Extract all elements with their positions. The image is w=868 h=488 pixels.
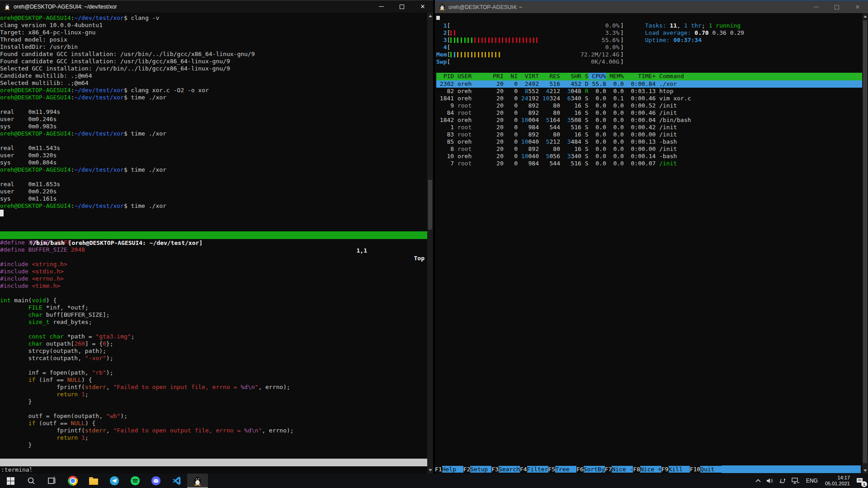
maximize-button[interactable]: [392, 0, 412, 13]
terminal-cursor: [436, 16, 440, 20]
scroll-down-arrow-icon[interactable]: [863, 469, 867, 472]
fkey-help[interactable]: F1Help: [435, 465, 463, 473]
code-line: strcpy(outpath, path);: [0, 347, 427, 355]
terminal-line: sys 0m0.983s: [0, 123, 427, 130]
htop-summary-line: Tasks: 11, 1 thr; 1 running: [645, 22, 744, 29]
minimize-button[interactable]: [806, 1, 826, 13]
vim-ruler: 1,1: [357, 247, 367, 254]
minimize-button[interactable]: [371, 0, 392, 13]
code-line: FILE *inf, *outf;: [0, 304, 427, 311]
right-terminal-scrollbar[interactable]: [862, 13, 868, 474]
code-line: if (outf == NULL) {: [0, 420, 427, 427]
terminal-line: oreh@DESKTOP-AGESUI4:~/dev/test/xor$ tim…: [0, 166, 427, 174]
terminal-scrollback: oreh@DESKTOP-AGESUI4:~/dev/test/xor$ cla…: [0, 13, 427, 231]
terminal-line: Selected multilib: .;@m64: [0, 80, 427, 87]
code-line: return 1;: [0, 434, 427, 441]
maximize-button[interactable]: [826, 1, 847, 13]
close-button[interactable]: ✕: [412, 0, 433, 13]
process-row[interactable]: 82 oreh 20 0 8552 4212 3048 R 0.0 0.0 0:…: [436, 88, 862, 95]
discord-icon[interactable]: [146, 474, 166, 488]
fkey-nice-[interactable]: F8Nice +: [633, 465, 661, 473]
terminal-line: [0, 210, 427, 217]
code-line: int main(void) {: [0, 297, 427, 304]
volume-icon[interactable]: [764, 474, 776, 488]
scroll-down-arrow-icon[interactable]: [429, 469, 432, 471]
process-row[interactable]: 1 root 20 0 984 544 516 S 0.0 0.0 0:00.4…: [436, 124, 862, 131]
fkey-setup[interactable]: F2Setup: [463, 465, 492, 473]
process-row[interactable]: 83 root 20 0 892 80 16 S 0.0 0.0 0:00.00…: [436, 131, 862, 138]
terminal-line: oreh@DESKTOP-AGESUI4:~/dev/test/xor$ cla…: [0, 14, 427, 22]
code-line: size_t read_bytes;: [0, 319, 427, 326]
telegram-icon[interactable]: [104, 474, 125, 488]
scroll-up-arrow-icon[interactable]: [429, 15, 432, 17]
process-row[interactable]: 9 root 20 0 892 80 16 S 0.0 0.0 0:00.52 …: [436, 102, 862, 109]
left-titlebar[interactable]: oreh@DESKTOP-AGESUI4: ~/dev/test/xor ✕: [0, 0, 433, 13]
process-row[interactable]: 10 oreh 20 0 10040 5056 3340 S 0.0 0.0 0…: [436, 153, 862, 160]
action-center-icon[interactable]: 1: [854, 474, 866, 488]
chrome-icon[interactable]: [62, 474, 83, 488]
process-row[interactable]: 1842 oreh 20 0 10004 5164 3508 S 0.0 0.0…: [436, 117, 862, 124]
fkey-kill[interactable]: F9Kill: [661, 465, 690, 473]
process-row[interactable]: 7 root 20 0 984 544 516 S 0.0 0.0 0:00.0…: [436, 160, 862, 167]
bash-vim-terminal[interactable]: oreh@DESKTOP-AGESUI4:~/dev/test/xor$ cla…: [0, 13, 427, 474]
htop-function-key-bar: F1Help F2Setup F3SearchF4FilterF5Tree F6…: [435, 465, 861, 473]
process-row[interactable]: 1841 oreh 20 0 24192 10324 6340 S 0.0 0.…: [436, 95, 862, 102]
process-row[interactable]: 85 oreh 20 0 10040 5212 3484 S 0.0 0.0 0…: [436, 138, 862, 145]
language-indicator[interactable]: ENG: [803, 474, 821, 488]
scrollbar-thumb[interactable]: [863, 20, 867, 463]
terminal-line: Candidate multilib: .;@m64: [0, 72, 427, 80]
terminal-line: Selected GCC installation: /usr/bin/../l…: [0, 65, 427, 72]
tray-chevron-up-icon[interactable]: [753, 474, 763, 488]
tux-penguin-icon: [4, 2, 11, 11]
terminal-line: user 0m0.246s: [0, 116, 427, 123]
process-table-header[interactable]: PID USER PRI NI VIRT RES SHR S CPU% MEM%…: [436, 73, 862, 80]
task-view-button[interactable]: [42, 474, 62, 488]
code-line: fprintf(stderr, "Failed to open output f…: [0, 427, 427, 434]
close-button[interactable]: ✕: [847, 1, 868, 13]
terminal-line: Found candidate GCC installation: /usr/l…: [0, 58, 427, 65]
code-line: [0, 405, 427, 413]
update-restart-icon[interactable]: [777, 474, 788, 488]
htop-summary-line: Load average: 0.70 0.36 0.29: [645, 29, 744, 37]
fkey-sortby[interactable]: F6SortBy: [576, 465, 605, 473]
network-icon[interactable]: [789, 474, 802, 488]
scroll-up-arrow-icon[interactable]: [863, 15, 867, 18]
process-row[interactable]: 2302 oreh 20 0 2492 516 452 D 55.8 0.0 0…: [436, 80, 862, 88]
vim-code-buffer[interactable]: #define XOR_KEY 0xFF#define BUFFER_SIZE …: [0, 239, 427, 459]
terminal-line: oreh@DESKTOP-AGESUI4:~/dev/test/xor$ tim…: [0, 94, 427, 101]
terminal-line: user 0m0.320s: [0, 152, 427, 159]
right-titlebar[interactable]: oreh@DESKTOP-AGESUI4: ~ ✕: [435, 1, 868, 13]
htop-summary-line: Uptime: 00:37:34: [645, 37, 744, 44]
fkey-search[interactable]: F3Search: [491, 465, 520, 473]
code-line: #include <errno.h>: [0, 275, 427, 282]
file-explorer-icon[interactable]: [83, 474, 104, 488]
fkey-filter[interactable]: F4Filter: [520, 465, 548, 473]
search-button[interactable]: [21, 474, 42, 488]
start-button[interactable]: [0, 474, 21, 488]
left-terminal-window: oreh@DESKTOP-AGESUI4: ~/dev/test/xor ✕ o…: [0, 0, 433, 474]
vim-command-line: :terminal: [0, 466, 427, 474]
code-line: char outpath[260] = {0};: [0, 340, 427, 347]
code-line: }: [0, 398, 427, 405]
fkey-quit[interactable]: F10Quit: [690, 465, 722, 473]
htop-screen[interactable]: 1[0.0%]2[3.3%]3[55.6%]4[0.0%]Mem[72.2M/1…: [435, 13, 862, 474]
scrollbar-thumb[interactable]: [428, 180, 432, 230]
terminal-line: [0, 101, 427, 108]
htop-summary: Tasks: 11, 1 thr; 1 runningLoad average:…: [645, 22, 744, 44]
fkey-tree[interactable]: F5Tree: [548, 465, 577, 473]
process-row[interactable]: 8 root 20 0 892 80 16 S 0.0 0.0 0:00.00 …: [436, 145, 862, 153]
fkey-nice-[interactable]: F7Nice -: [605, 465, 633, 473]
notification-badge: 1: [861, 481, 867, 487]
code-line: #include <string.h>: [0, 261, 427, 268]
htop-process-table: PID USER PRI NI VIRT RES SHR S CPU% MEM%…: [436, 73, 862, 167]
date: 05.01.2021: [825, 481, 850, 486]
terminal-line: real 0m11.994s: [0, 108, 427, 116]
spotify-icon[interactable]: [125, 474, 146, 488]
wsl-terminal-icon[interactable]: [187, 474, 208, 488]
vscode-icon[interactable]: [166, 474, 187, 488]
process-row[interactable]: 84 root 20 0 892 80 16 S 0.0 0.0 0:00.46…: [436, 109, 862, 117]
clock[interactable]: 14:17 05.01.2021: [822, 474, 853, 488]
terminal-line: clang version 10.0.0-4ubuntu1: [0, 22, 427, 29]
code-line: [0, 362, 427, 369]
left-terminal-scrollbar[interactable]: [427, 13, 433, 474]
